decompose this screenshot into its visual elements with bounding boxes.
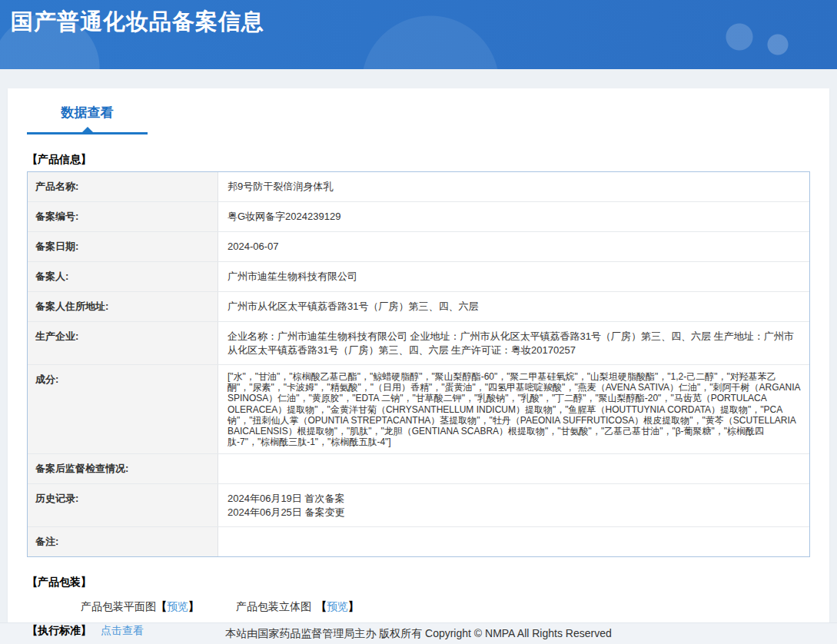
tab-data-view[interactable]: 数据查看 bbox=[27, 104, 148, 134]
bracket-close: 】 bbox=[188, 600, 199, 614]
page-header-banner: 国产普通化妆品备案信息 bbox=[0, 0, 837, 69]
row-label: 备案后监督检查情况: bbox=[28, 454, 218, 483]
bracket-open: 【 bbox=[156, 600, 167, 614]
table-row-history: 历史记录: 2024年06月19日 首次备案 2024年06月25日 备案变更 bbox=[28, 483, 809, 526]
table-row-registration-number: 备案编号: 粤G妆网备字2024239129 bbox=[28, 201, 809, 231]
row-value: 企业名称：广州市迪笙生物科技有限公司 企业地址：广州市从化区太平镇荔香路31号（… bbox=[218, 322, 809, 364]
packaging-section-title: 【产品包装】 bbox=[27, 576, 810, 589]
packaging-flat-preview-link[interactable]: 预览 bbox=[167, 600, 188, 614]
table-row-product-name: 产品名称: 邦9号防干裂倍润身体乳 bbox=[28, 172, 809, 201]
row-value bbox=[218, 527, 809, 556]
table-row-supervision-check: 备案后监督检查情况: bbox=[28, 453, 809, 483]
row-label: 历史记录: bbox=[28, 484, 218, 526]
table-row-remarks: 备注: bbox=[28, 526, 809, 556]
row-label: 备案日期: bbox=[28, 232, 218, 261]
row-value: 粤G妆网备字2024239129 bbox=[218, 202, 809, 231]
row-value: 2024-06-07 bbox=[218, 232, 809, 261]
tab-data-view-label: 数据查看 bbox=[61, 105, 114, 120]
product-info-table: 产品名称: 邦9号防干裂倍润身体乳 备案编号: 粤G妆网备字2024239129… bbox=[27, 171, 810, 557]
row-label: 成分: bbox=[28, 365, 218, 453]
row-value: 邦9号防干裂倍润身体乳 bbox=[218, 172, 809, 201]
row-value bbox=[218, 454, 809, 483]
row-value: 广州市从化区太平镇荔香路31号（厂房）第三、四、六层 bbox=[218, 292, 809, 321]
row-value: ["水"，"甘油"，"棕榈酸乙基己酯"，"鲸蜡硬脂醇"，"聚山梨醇酯-60"，"… bbox=[218, 365, 809, 453]
packaging-stereo-preview-link[interactable]: 预览 bbox=[327, 600, 348, 614]
row-label: 备注: bbox=[28, 527, 218, 556]
row-label: 备案人住所地址: bbox=[28, 292, 218, 321]
table-row-manufacturer: 生产企业: 企业名称：广州市迪笙生物科技有限公司 企业地址：广州市从化区太平镇荔… bbox=[28, 321, 809, 364]
row-label: 备案人: bbox=[28, 262, 218, 291]
table-row-ingredients: 成分: ["水"，"甘油"，"棕榈酸乙基己酯"，"鲸蜡硬脂醇"，"聚山梨醇酯-6… bbox=[28, 364, 809, 453]
row-label: 备案编号: bbox=[28, 202, 218, 231]
row-value: 广州市迪笙生物科技有限公司 bbox=[218, 262, 809, 291]
page-title: 国产普通化妆品备案信息 bbox=[0, 0, 837, 38]
footer-copyright-text: 本站由国家药品监督管理局主办 版权所有 Copyright © NMPA All… bbox=[225, 627, 611, 641]
execution-standard-view-link[interactable]: 点击查看 bbox=[101, 624, 144, 638]
bracket-close: 】 bbox=[348, 600, 359, 614]
tab-caret-icon bbox=[82, 127, 93, 132]
packaging-flat-label: 产品包装平面图 bbox=[81, 600, 156, 614]
bracket-open: 【 bbox=[316, 600, 327, 614]
execution-standard-title: 【执行标准】 bbox=[27, 624, 91, 638]
table-row-registration-date: 备案日期: 2024-06-07 bbox=[28, 231, 809, 261]
table-row-registrant-address: 备案人住所地址: 广州市从化区太平镇荔香路31号（厂房）第三、四、六层 bbox=[28, 291, 809, 321]
row-label: 生产企业: bbox=[28, 322, 218, 364]
packaging-links-row: 产品包装平面图【预览】 产品包装立体图【预览】 bbox=[81, 600, 810, 614]
packaging-stereo-label: 产品包装立体图 bbox=[236, 600, 311, 614]
product-info-section-title: 【产品信息】 bbox=[27, 153, 810, 167]
table-row-registrant: 备案人: 广州市迪笙生物科技有限公司 bbox=[28, 261, 809, 291]
row-label: 产品名称: bbox=[28, 172, 218, 201]
row-value: 2024年06月19日 首次备案 2024年06月25日 备案变更 bbox=[218, 484, 809, 526]
content-card: 数据查看 【产品信息】 产品名称: 邦9号防干裂倍润身体乳 备案编号: 粤G妆网… bbox=[8, 88, 829, 622]
